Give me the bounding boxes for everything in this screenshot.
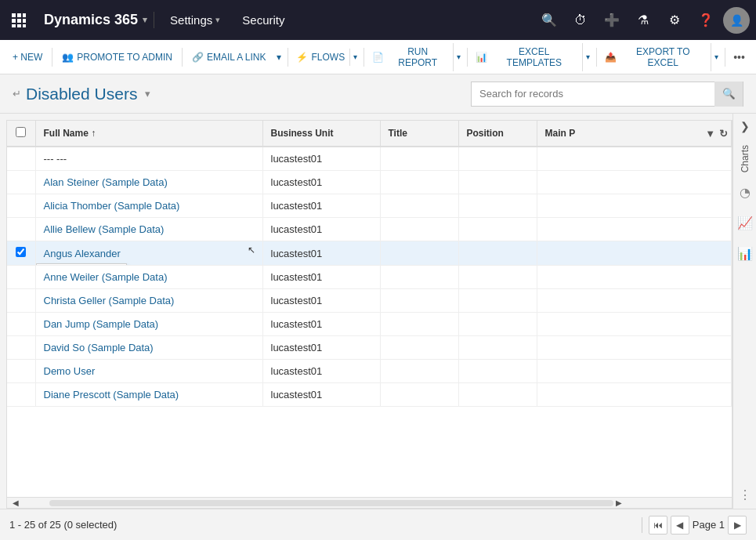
row-checkbox-cell [7, 360, 35, 383]
record-tooltip: Angus lucastest01 [36, 263, 127, 266]
row-select-checkbox[interactable] [16, 247, 26, 257]
collapse-charts-icon[interactable]: ❯ [740, 120, 750, 132]
row-fullname-cell: Diane Prescott (Sample Data) [35, 383, 262, 407]
app-title-text: Dynamics 365 [44, 12, 138, 28]
row-phone-cell [537, 289, 732, 313]
bar-chart-icon[interactable]: 📈 [734, 212, 756, 234]
flows-split-button: ⚡ FLOWS ▾ [291, 49, 360, 66]
toolbar-divider-4 [364, 48, 364, 67]
settings-nav-button[interactable]: ⚙ [660, 6, 689, 34]
new-button[interactable]: + NEW [6, 49, 49, 66]
position-header-label: Position [467, 128, 504, 139]
record-link[interactable]: Diane Prescott (Sample Data) [44, 389, 179, 400]
row-bu-cell: lucastest01 [262, 289, 380, 313]
top-nav: Dynamics 365 ▾ Settings ▾ Security 🔍 ⏱ ➕… [0, 0, 756, 40]
record-link[interactable]: Demo User [44, 365, 96, 377]
column-chart-icon[interactable]: 📊 [734, 243, 756, 264]
more-actions-button[interactable]: ••• [729, 48, 750, 67]
flows-dropdown-button[interactable]: ▾ [349, 49, 360, 66]
header-fullname[interactable]: Full Name ↑ [35, 121, 262, 147]
row-bu-cell: lucastest01 [262, 218, 380, 241]
svg-rect-3 [12, 19, 16, 23]
page-title-chevron-icon[interactable]: ▾ [145, 88, 150, 100]
record-link[interactable]: Alan Steiner (Sample Data) [44, 176, 168, 188]
charts-label[interactable]: Charts [740, 145, 751, 172]
grid-menu-icon[interactable] [6, 8, 31, 33]
record-link[interactable]: David So (Sample Data) [44, 342, 154, 353]
search-input[interactable] [472, 88, 714, 100]
prev-page-button[interactable]: ◀ [671, 516, 689, 535]
filter-icon[interactable]: ▼ [705, 128, 715, 140]
row-fullname-cell: Alan Steiner (Sample Data) [35, 171, 262, 194]
row-position-cell [458, 147, 537, 171]
horizontal-scrollbar[interactable]: ◀ ▶ [7, 497, 732, 508]
footer-pagination: ⏮ ◀ Page 1 ▶ [649, 516, 747, 535]
record-link[interactable]: Alicia Thomber (Sample Data) [44, 200, 180, 212]
svg-rect-1 [17, 13, 21, 17]
header-position[interactable]: Position [458, 121, 537, 147]
scroll-left-button[interactable]: ◀ [10, 498, 21, 509]
excel-templates-dropdown-button[interactable]: ▾ [582, 43, 593, 71]
scrollbar-thumb[interactable] [49, 500, 613, 506]
record-link[interactable]: Allie Bellew (Sample Data) [44, 223, 165, 235]
next-page-button[interactable]: ▶ [728, 516, 747, 535]
record-link[interactable]: Anne Weiler (Sample Data) [44, 271, 168, 283]
row-bu-cell: lucastest01 [262, 360, 380, 383]
record-link[interactable]: Dan Jump (Sample Data) [44, 318, 159, 330]
email-dropdown-button[interactable]: ▾ [273, 49, 284, 66]
first-page-button[interactable]: ⏮ [649, 516, 667, 535]
promote-to-admin-button[interactable]: 👥 PROMOTE TO ADMIN [56, 49, 179, 66]
row-title-cell [380, 289, 458, 313]
table-row: Anne Weiler (Sample Data) lucastest01 [7, 266, 732, 289]
header-mainphone[interactable]: Main P ▼ ↻ [537, 121, 732, 147]
row-bu-cell: lucastest01 [262, 241, 380, 266]
export-to-excel-main-button[interactable]: 📤 EXPORT TO EXCEL [600, 43, 711, 71]
row-phone-cell [537, 360, 732, 383]
user-avatar[interactable]: 👤 [723, 7, 750, 34]
row-title-cell [380, 336, 458, 360]
excel-templates-split-button: 📊 EXCEL TEMPLATES ▾ [471, 43, 593, 71]
row-position-cell [458, 360, 537, 383]
filter-nav-button[interactable]: ⚗ [629, 6, 657, 34]
row-position-cell [458, 241, 537, 266]
toolbar-divider-5 [467, 48, 468, 67]
search-nav-button[interactable]: 🔍 [535, 6, 563, 34]
select-all-checkbox[interactable] [16, 127, 26, 137]
svg-rect-6 [12, 24, 16, 27]
page-nav-icon[interactable]: ↵ [13, 88, 21, 100]
add-nav-button[interactable]: ➕ [598, 6, 626, 34]
grid-footer: 1 - 25 of 25 (0 selected) ⏮ ◀ Page 1 ▶ [0, 509, 756, 540]
row-fullname-cell: David So (Sample Data) [35, 336, 262, 360]
svg-rect-4 [17, 19, 21, 23]
excel-templates-main-button[interactable]: 📊 EXCEL TEMPLATES [471, 43, 582, 71]
email-a-link-button[interactable]: 🔗 EMAIL A LINK [186, 49, 273, 66]
run-report-split-button: 📄 RUN REPORT ▾ [367, 43, 464, 71]
header-businessunit[interactable]: Business Unit [262, 121, 380, 147]
row-fullname-cell: Demo User [35, 360, 262, 383]
help-nav-button[interactable]: ❓ [692, 6, 720, 34]
row-title-cell [380, 360, 458, 383]
record-link[interactable]: Angus Alexander [44, 248, 121, 259]
row-title-cell [380, 194, 458, 218]
table-scroll-area[interactable]: Full Name ↑ Business Unit Title Position [7, 121, 732, 497]
app-name[interactable]: Dynamics 365 ▾ [38, 12, 154, 28]
header-title[interactable]: Title [380, 121, 458, 147]
sidebar-more-icon[interactable]: ⋮ [739, 487, 751, 502]
history-nav-button[interactable]: ⏱ [566, 6, 595, 34]
row-bu-cell: lucastest01 [262, 313, 380, 336]
record-link[interactable]: Christa Geller (Sample Data) [44, 295, 175, 306]
refresh-icon[interactable]: ↻ [719, 128, 728, 140]
flows-main-button[interactable]: ⚡ FLOWS [291, 49, 349, 66]
search-button[interactable]: 🔍 [714, 82, 743, 107]
report-icon: 📄 [372, 52, 384, 63]
row-position-cell [458, 313, 537, 336]
table-body: --- --- lucastest01 Alan Steiner (Sample… [7, 147, 732, 407]
run-report-dropdown-button[interactable]: ▾ [453, 43, 464, 71]
export-dropdown-button[interactable]: ▾ [711, 43, 722, 71]
scroll-right-button[interactable]: ▶ [613, 498, 624, 509]
run-report-main-button[interactable]: 📄 RUN REPORT [367, 43, 453, 71]
page-title[interactable]: Disabled Users [26, 85, 137, 103]
pie-chart-icon[interactable]: ◔ [736, 182, 754, 203]
toolbar-divider-3 [288, 48, 288, 67]
settings-nav-item[interactable]: Settings ▾ [164, 13, 226, 27]
